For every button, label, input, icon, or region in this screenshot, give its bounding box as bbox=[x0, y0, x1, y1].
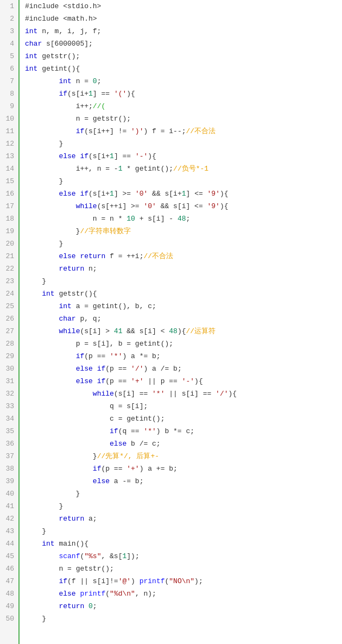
line-number: 36 bbox=[0, 437, 18, 450]
line-number: 50 bbox=[0, 612, 18, 625]
code-line: else if(s[i+1] == '-'){ bbox=[25, 150, 342, 162]
line-number: 43 bbox=[0, 525, 18, 537]
code-line: int getstr(); bbox=[25, 50, 342, 62]
code-line: int a = getint(), b, c; bbox=[25, 300, 342, 312]
line-number: 27 bbox=[0, 325, 18, 337]
line-number: 22 bbox=[0, 262, 18, 275]
line-number: 5 bbox=[0, 50, 18, 62]
code-line: p = s[i], b = getint(); bbox=[25, 337, 342, 350]
code-line: i++;//( bbox=[25, 100, 342, 112]
code-line: }//字符串转数字 bbox=[25, 225, 342, 237]
code-line: return 0; bbox=[25, 600, 342, 612]
line-number: 10 bbox=[0, 112, 18, 125]
line-number: 24 bbox=[0, 287, 18, 300]
line-number: 42 bbox=[0, 512, 18, 525]
line-number: 46 bbox=[0, 562, 18, 575]
line-number: 29 bbox=[0, 350, 18, 362]
line-number: 33 bbox=[0, 400, 18, 412]
line-number: 21 bbox=[0, 250, 18, 262]
code-line: int n = 0; bbox=[25, 75, 342, 87]
line-number-gutter: 1234567891011121314151617181920212223242… bbox=[0, 0, 20, 644]
code-line: int getstr(){ bbox=[25, 287, 342, 300]
code-line: c = getint(); bbox=[25, 412, 342, 425]
code-line: char p, q; bbox=[25, 312, 342, 325]
line-number: 35 bbox=[0, 425, 18, 437]
code-line: if(s[i++] != ')') f = i--;//不合法 bbox=[25, 125, 342, 137]
line-number: 7 bbox=[0, 75, 18, 87]
line-number: 47 bbox=[0, 575, 18, 587]
line-number: 39 bbox=[0, 475, 18, 487]
line-number: 37 bbox=[0, 450, 18, 462]
code-line: if(q == '*') b *= c; bbox=[25, 425, 342, 437]
line-number: 15 bbox=[0, 175, 18, 187]
line-number: 44 bbox=[0, 537, 18, 550]
line-number: 11 bbox=[0, 125, 18, 137]
code-line: #include <math.h> bbox=[25, 12, 342, 25]
code-line: #include <stdio.h> bbox=[25, 0, 342, 12]
code-line: else if(s[i+1] >= '0' && s[i+1] <= '9'){ bbox=[25, 187, 342, 200]
code-line: char s[6000005]; bbox=[25, 37, 342, 50]
line-number: 34 bbox=[0, 412, 18, 425]
code-line: int main(){ bbox=[25, 537, 342, 550]
line-number: 23 bbox=[0, 275, 18, 287]
code-line: i++, n = -1 * getint();//负号*-1 bbox=[25, 162, 342, 175]
code-line: n = getstr(); bbox=[25, 112, 342, 125]
code-line: q = s[i]; bbox=[25, 400, 342, 412]
line-number: 6 bbox=[0, 62, 18, 75]
code-line: } bbox=[25, 487, 342, 500]
code-line: } bbox=[25, 237, 342, 250]
line-number: 31 bbox=[0, 375, 18, 387]
code-line: }//先算*/, 后算+- bbox=[25, 450, 342, 462]
line-number: 2 bbox=[0, 12, 18, 25]
code-content: #include <stdio.h>#include <math.h>int n… bbox=[20, 0, 342, 644]
code-line: } bbox=[25, 137, 342, 150]
line-number: 20 bbox=[0, 237, 18, 250]
code-line: } bbox=[25, 175, 342, 187]
line-number: 40 bbox=[0, 487, 18, 500]
line-number: 9 bbox=[0, 100, 18, 112]
line-number: 49 bbox=[0, 600, 18, 612]
code-line: else if(p == '+' || p == '-'){ bbox=[25, 375, 342, 387]
line-number: 1 bbox=[0, 0, 18, 12]
code-line: } bbox=[25, 525, 342, 537]
code-line: if(f || s[i]!='@') printf("NO\n"); bbox=[25, 575, 342, 587]
code-line: else a -= b; bbox=[25, 475, 342, 487]
code-line: else if(p == '/') a /= b; bbox=[25, 362, 342, 375]
line-number: 16 bbox=[0, 187, 18, 200]
code-line: while(s[i] == '*' || s[i] == '/'){ bbox=[25, 387, 342, 400]
code-line: } bbox=[25, 275, 342, 287]
code-line: scanf("%s", &s[1]); bbox=[25, 550, 342, 562]
line-number: 4 bbox=[0, 37, 18, 50]
line-number: 25 bbox=[0, 300, 18, 312]
code-editor: 1234567891011121314151617181920212223242… bbox=[0, 0, 342, 644]
line-number: 45 bbox=[0, 550, 18, 562]
line-number: 28 bbox=[0, 337, 18, 350]
code-line: return n; bbox=[25, 262, 342, 275]
code-line: int getint(){ bbox=[25, 62, 342, 75]
line-number: 48 bbox=[0, 587, 18, 600]
line-number: 13 bbox=[0, 150, 18, 162]
line-number: 32 bbox=[0, 387, 18, 400]
line-number: 19 bbox=[0, 225, 18, 237]
code-line: else return f = ++i;//不合法 bbox=[25, 250, 342, 262]
code-line: } bbox=[25, 500, 342, 512]
line-number: 12 bbox=[0, 137, 18, 150]
code-line: n = n * 10 + s[i] - 48; bbox=[25, 212, 342, 225]
line-number: 18 bbox=[0, 212, 18, 225]
line-number: 30 bbox=[0, 362, 18, 375]
code-line: return a; bbox=[25, 512, 342, 525]
code-line: } bbox=[25, 612, 342, 625]
line-number: 14 bbox=[0, 162, 18, 175]
code-line: else printf("%d\n", n); bbox=[25, 587, 342, 600]
line-number: 8 bbox=[0, 87, 18, 100]
line-number: 38 bbox=[0, 462, 18, 475]
code-line: if(p == '*') a *= b; bbox=[25, 350, 342, 362]
code-line: while(s[++i] >= '0' && s[i] <= '9'){ bbox=[25, 200, 342, 212]
code-line: while(s[i] > 41 && s[i] < 48){//运算符 bbox=[25, 325, 342, 337]
code-line: int n, m, i, j, f; bbox=[25, 25, 342, 37]
code-line: n = getstr(); bbox=[25, 562, 342, 575]
line-number: 26 bbox=[0, 312, 18, 325]
code-line: if(s[i+1] == '('){ bbox=[25, 87, 342, 100]
code-line: if(p == '+') a += b; bbox=[25, 462, 342, 475]
line-number: 3 bbox=[0, 25, 18, 37]
